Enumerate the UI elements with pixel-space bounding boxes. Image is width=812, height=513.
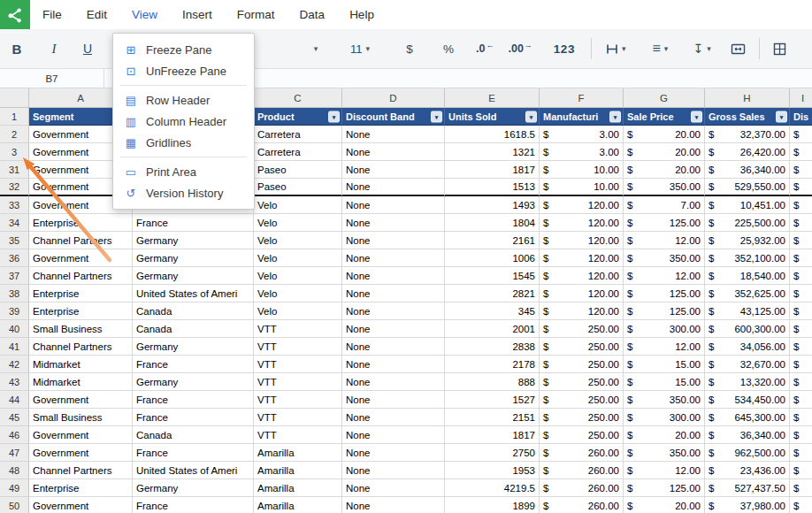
cell-product[interactable]: Velo	[254, 302, 342, 320]
cell-units-sold[interactable]: 2750	[445, 444, 540, 462]
cell-segment[interactable]: Small Business	[29, 409, 133, 426]
cell-discount-band[interactable]: None	[342, 426, 445, 444]
cell-country[interactable]: France	[133, 409, 254, 426]
cell-discount-band[interactable]: None	[342, 302, 445, 320]
cell-discounts[interactable]: $	[790, 126, 812, 143]
cell-discounts[interactable]: $	[790, 391, 812, 409]
cell-units-sold[interactable]: 2001	[445, 320, 540, 338]
cell-segment[interactable]: Government	[29, 426, 133, 444]
cell-product[interactable]: Velo	[254, 232, 342, 249]
cell-sale-price[interactable]: $ 20.00	[624, 426, 705, 444]
cell-discounts[interactable]: $	[790, 267, 812, 285]
cell-segment[interactable]: Government	[29, 497, 133, 513]
cell-country[interactable]: France	[133, 497, 254, 513]
cell-discounts[interactable]: $	[790, 497, 812, 513]
cell-sale-price[interactable]: $ 20.00	[624, 497, 705, 513]
filter-button[interactable]: ▾	[691, 111, 702, 122]
cell-product[interactable]: VTT	[254, 409, 342, 426]
cell-discounts[interactable]: $	[790, 462, 812, 479]
cell-manufacturing-price[interactable]: $ 120.00	[540, 285, 624, 302]
cell-country[interactable]: Germany	[133, 338, 254, 356]
cell-segment[interactable]: Enterprise	[29, 214, 133, 232]
menu-item-column-header[interactable]: ▥Column Header	[113, 111, 254, 132]
cell-units-sold[interactable]: 4219.5	[445, 479, 540, 497]
cell-product[interactable]: Amarilla	[254, 479, 342, 497]
cell-product[interactable]: VTT	[254, 320, 342, 338]
cell-units-sold[interactable]: 1817	[445, 161, 540, 179]
cell-discount-band[interactable]: None	[342, 267, 445, 285]
row-number[interactable]: 41	[0, 338, 29, 356]
cell-sale-price[interactable]: $ 125.00	[624, 479, 705, 497]
cell-sale-price[interactable]: $ 125.00	[624, 214, 705, 232]
cell-units-sold[interactable]: 1527	[445, 391, 540, 409]
cell-country[interactable]: France	[133, 214, 254, 232]
row-number[interactable]: 45	[0, 409, 29, 426]
row-number[interactable]: 32	[0, 179, 29, 196]
cell-segment[interactable]: Enterprise	[29, 285, 133, 302]
cell-discount-band[interactable]: None	[342, 320, 445, 338]
cell-product[interactable]: VTT	[254, 356, 342, 373]
column-header-F[interactable]: F	[540, 88, 624, 108]
row-number[interactable]: 46	[0, 426, 29, 444]
cell-manufacturing-price[interactable]: $ 3.00	[540, 143, 624, 161]
cell-segment[interactable]: Government	[29, 444, 133, 462]
cell-product[interactable]: Carretera	[254, 143, 342, 161]
cell-product[interactable]: Velo	[254, 285, 342, 302]
filter-button[interactable]: ▾	[609, 111, 621, 122]
cell-discount-band[interactable]: None	[342, 373, 445, 391]
cell-discount-band[interactable]: None	[342, 444, 445, 462]
column-header-H[interactable]: H	[705, 88, 790, 108]
cell-product[interactable]: Paseo	[254, 161, 342, 179]
cell-gross-sales[interactable]: $ 37,980.00	[705, 497, 790, 513]
cell-gross-sales[interactable]: $ 962,500.00	[705, 444, 790, 462]
cell-discounts[interactable]: $	[790, 232, 812, 249]
cell-country[interactable]: Canada	[133, 426, 254, 444]
row-number[interactable]: 1	[0, 108, 29, 126]
cell-product[interactable]: Amarilla	[254, 462, 342, 479]
cell-segment[interactable]: Government	[29, 249, 133, 267]
header-cell-discounts[interactable]: Dis	[790, 108, 812, 126]
cell-manufacturing-price[interactable]: $ 250.00	[540, 391, 624, 409]
cell-discount-band[interactable]: None	[342, 196, 445, 214]
cell-segment[interactable]: Midmarket	[29, 356, 133, 373]
cell-units-sold[interactable]: 1899	[445, 497, 540, 513]
cell-segment[interactable]: Small Business	[29, 320, 133, 338]
cell-discounts[interactable]: $	[790, 161, 812, 179]
menubar-item-format[interactable]: Format	[225, 0, 287, 29]
cell-gross-sales[interactable]: $ 645,300.00	[705, 409, 790, 426]
cell-discounts[interactable]: $	[790, 179, 812, 196]
row-number[interactable]: 36	[0, 249, 29, 267]
cell-country[interactable]: Germany	[133, 267, 254, 285]
cell-sale-price[interactable]: $ 350.00	[624, 444, 705, 462]
row-number[interactable]: 50	[0, 497, 29, 513]
cell-gross-sales[interactable]: $ 32,670.00	[705, 356, 790, 373]
filter-button[interactable]: ▾	[431, 111, 442, 122]
cell-manufacturing-price[interactable]: $ 10.00	[540, 179, 624, 196]
cell-gross-sales[interactable]: $ 36,340.00	[705, 161, 790, 179]
cell-gross-sales[interactable]: $ 18,540.00	[705, 267, 790, 285]
row-number[interactable]: 48	[0, 462, 29, 479]
cell-segment[interactable]: Enterprise	[29, 479, 133, 497]
cell-discounts[interactable]: $	[790, 426, 812, 444]
cell-sale-price[interactable]: $ 20.00	[624, 143, 705, 161]
cell-discounts[interactable]: $	[790, 479, 812, 497]
cell-country[interactable]: Germany	[133, 479, 254, 497]
cell-gross-sales[interactable]: $ 23,436.00	[705, 462, 790, 479]
cell-discount-band[interactable]: None	[342, 497, 445, 513]
cell-sale-price[interactable]: $ 350.00	[624, 179, 705, 196]
row-number[interactable]: 47	[0, 444, 29, 462]
menubar-item-insert[interactable]: Insert	[170, 0, 225, 29]
cell-manufacturing-price[interactable]: $ 260.00	[540, 444, 624, 462]
cell-gross-sales[interactable]: $ 43,125.00	[705, 302, 790, 320]
cell-discount-band[interactable]: None	[342, 409, 445, 426]
row-number[interactable]: 33	[0, 196, 29, 214]
cell-segment[interactable]: Channel Partners	[29, 462, 133, 479]
borders-button[interactable]	[772, 42, 788, 56]
app-logo-button[interactable]	[0, 0, 30, 29]
cell-product[interactable]: Velo	[254, 267, 342, 285]
cell-gross-sales[interactable]: $ 352,625.00	[705, 285, 790, 302]
cell-gross-sales[interactable]: $ 10,451.00	[705, 196, 790, 214]
percent-format-button[interactable]: %	[440, 42, 456, 56]
number-format-button[interactable]: 123	[554, 42, 575, 56]
cell-discount-band[interactable]: None	[342, 214, 445, 232]
